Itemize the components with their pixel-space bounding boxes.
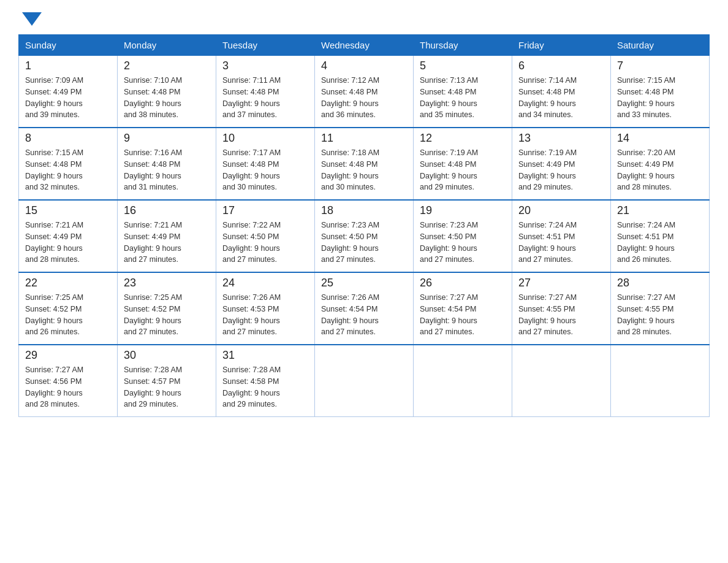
day-info: Sunrise: 7:24 AM Sunset: 4:51 PM Dayligh… xyxy=(518,220,604,266)
weekday-header-row: SundayMondayTuesdayWednesdayThursdayFrid… xyxy=(19,35,710,56)
calendar-cell xyxy=(512,345,611,417)
calendar-cell: 12 Sunrise: 7:19 AM Sunset: 4:48 PM Dayl… xyxy=(414,128,512,200)
day-info: Sunrise: 7:22 AM Sunset: 4:50 PM Dayligh… xyxy=(222,220,308,266)
day-info: Sunrise: 7:20 AM Sunset: 4:49 PM Dayligh… xyxy=(617,147,703,193)
day-info: Sunrise: 7:26 AM Sunset: 4:53 PM Dayligh… xyxy=(222,292,308,338)
calendar-week-row: 15 Sunrise: 7:21 AM Sunset: 4:49 PM Dayl… xyxy=(19,200,710,272)
weekday-header-monday: Monday xyxy=(118,35,216,56)
day-number: 5 xyxy=(420,59,506,72)
calendar-cell: 8 Sunrise: 7:15 AM Sunset: 4:48 PM Dayli… xyxy=(19,128,118,200)
calendar-cell: 19 Sunrise: 7:23 AM Sunset: 4:50 PM Dayl… xyxy=(414,200,512,272)
calendar-cell: 13 Sunrise: 7:19 AM Sunset: 4:49 PM Dayl… xyxy=(512,128,611,200)
day-number: 18 xyxy=(321,204,407,217)
calendar-cell: 20 Sunrise: 7:24 AM Sunset: 4:51 PM Dayl… xyxy=(512,200,611,272)
calendar-cell: 25 Sunrise: 7:26 AM Sunset: 4:54 PM Dayl… xyxy=(315,272,414,345)
calendar-cell: 1 Sunrise: 7:09 AM Sunset: 4:49 PM Dayli… xyxy=(19,56,118,128)
calendar-cell: 16 Sunrise: 7:21 AM Sunset: 4:49 PM Dayl… xyxy=(118,200,216,272)
day-info: Sunrise: 7:25 AM Sunset: 4:52 PM Dayligh… xyxy=(124,292,210,338)
calendar-cell: 28 Sunrise: 7:27 AM Sunset: 4:55 PM Dayl… xyxy=(611,272,710,345)
day-info: Sunrise: 7:13 AM Sunset: 4:48 PM Dayligh… xyxy=(420,75,506,121)
day-number: 26 xyxy=(420,277,506,289)
day-number: 17 xyxy=(222,204,308,217)
weekday-header-wednesday: Wednesday xyxy=(315,35,414,56)
day-info: Sunrise: 7:21 AM Sunset: 4:49 PM Dayligh… xyxy=(25,220,111,266)
day-number: 10 xyxy=(222,132,308,145)
day-info: Sunrise: 7:28 AM Sunset: 4:57 PM Dayligh… xyxy=(124,364,210,410)
day-number: 22 xyxy=(25,277,111,289)
weekday-header-tuesday: Tuesday xyxy=(216,35,315,56)
day-info: Sunrise: 7:24 AM Sunset: 4:51 PM Dayligh… xyxy=(617,220,703,266)
day-number: 4 xyxy=(321,59,407,72)
calendar-cell: 21 Sunrise: 7:24 AM Sunset: 4:51 PM Dayl… xyxy=(611,200,710,272)
day-number: 30 xyxy=(124,349,210,362)
day-info: Sunrise: 7:21 AM Sunset: 4:49 PM Dayligh… xyxy=(124,220,210,266)
day-number: 19 xyxy=(420,204,506,217)
calendar-cell: 7 Sunrise: 7:15 AM Sunset: 4:48 PM Dayli… xyxy=(611,56,710,128)
day-info: Sunrise: 7:15 AM Sunset: 4:48 PM Dayligh… xyxy=(617,75,703,121)
day-number: 13 xyxy=(518,132,604,145)
calendar-cell: 30 Sunrise: 7:28 AM Sunset: 4:57 PM Dayl… xyxy=(118,345,216,417)
calendar-cell: 24 Sunrise: 7:26 AM Sunset: 4:53 PM Dayl… xyxy=(216,272,315,345)
day-info: Sunrise: 7:09 AM Sunset: 4:49 PM Dayligh… xyxy=(25,75,111,121)
day-number: 25 xyxy=(321,277,407,289)
day-info: Sunrise: 7:14 AM Sunset: 4:48 PM Dayligh… xyxy=(518,75,604,121)
day-info: Sunrise: 7:26 AM Sunset: 4:54 PM Dayligh… xyxy=(321,292,407,338)
calendar-cell: 29 Sunrise: 7:27 AM Sunset: 4:56 PM Dayl… xyxy=(19,345,118,417)
day-number: 20 xyxy=(518,204,604,217)
calendar-cell: 3 Sunrise: 7:11 AM Sunset: 4:48 PM Dayli… xyxy=(216,56,315,128)
calendar-cell: 27 Sunrise: 7:27 AM Sunset: 4:55 PM Dayl… xyxy=(512,272,611,345)
calendar-cell xyxy=(315,345,414,417)
day-number: 29 xyxy=(25,349,111,362)
calendar-cell xyxy=(611,345,710,417)
calendar-week-row: 22 Sunrise: 7:25 AM Sunset: 4:52 PM Dayl… xyxy=(19,272,710,345)
day-number: 14 xyxy=(617,132,703,145)
calendar-week-row: 8 Sunrise: 7:15 AM Sunset: 4:48 PM Dayli… xyxy=(19,128,710,200)
day-number: 16 xyxy=(124,204,210,217)
weekday-header-sunday: Sunday xyxy=(19,35,118,56)
day-info: Sunrise: 7:10 AM Sunset: 4:48 PM Dayligh… xyxy=(124,75,210,121)
calendar-cell: 6 Sunrise: 7:14 AM Sunset: 4:48 PM Dayli… xyxy=(512,56,611,128)
day-number: 24 xyxy=(222,277,308,289)
weekday-header-friday: Friday xyxy=(512,35,611,56)
day-info: Sunrise: 7:23 AM Sunset: 4:50 PM Dayligh… xyxy=(321,220,407,266)
day-number: 8 xyxy=(25,132,111,145)
weekday-header-thursday: Thursday xyxy=(414,35,512,56)
day-info: Sunrise: 7:12 AM Sunset: 4:48 PM Dayligh… xyxy=(321,75,407,121)
day-number: 27 xyxy=(518,277,604,289)
day-info: Sunrise: 7:15 AM Sunset: 4:48 PM Dayligh… xyxy=(25,147,111,193)
calendar-cell: 10 Sunrise: 7:17 AM Sunset: 4:48 PM Dayl… xyxy=(216,128,315,200)
day-info: Sunrise: 7:23 AM Sunset: 4:50 PM Dayligh… xyxy=(420,220,506,266)
calendar-cell xyxy=(414,345,512,417)
calendar-week-row: 29 Sunrise: 7:27 AM Sunset: 4:56 PM Dayl… xyxy=(19,345,710,417)
calendar-cell: 14 Sunrise: 7:20 AM Sunset: 4:49 PM Dayl… xyxy=(611,128,710,200)
calendar-cell: 11 Sunrise: 7:18 AM Sunset: 4:48 PM Dayl… xyxy=(315,128,414,200)
calendar-cell: 18 Sunrise: 7:23 AM Sunset: 4:50 PM Dayl… xyxy=(315,200,414,272)
day-info: Sunrise: 7:19 AM Sunset: 4:49 PM Dayligh… xyxy=(518,147,604,193)
logo-arrow-icon xyxy=(22,12,42,26)
day-info: Sunrise: 7:16 AM Sunset: 4:48 PM Dayligh… xyxy=(124,147,210,193)
calendar-week-row: 1 Sunrise: 7:09 AM Sunset: 4:49 PM Dayli… xyxy=(19,56,710,128)
calendar-cell: 9 Sunrise: 7:16 AM Sunset: 4:48 PM Dayli… xyxy=(118,128,216,200)
day-number: 2 xyxy=(124,59,210,72)
day-number: 9 xyxy=(124,132,210,145)
calendar-cell: 4 Sunrise: 7:12 AM Sunset: 4:48 PM Dayli… xyxy=(315,56,414,128)
day-number: 28 xyxy=(617,277,703,289)
day-number: 11 xyxy=(321,132,407,145)
calendar-cell: 5 Sunrise: 7:13 AM Sunset: 4:48 PM Dayli… xyxy=(414,56,512,128)
calendar-cell: 23 Sunrise: 7:25 AM Sunset: 4:52 PM Dayl… xyxy=(118,272,216,345)
day-info: Sunrise: 7:27 AM Sunset: 4:54 PM Dayligh… xyxy=(420,292,506,338)
day-info: Sunrise: 7:28 AM Sunset: 4:58 PM Dayligh… xyxy=(222,364,308,410)
calendar-cell: 22 Sunrise: 7:25 AM Sunset: 4:52 PM Dayl… xyxy=(19,272,118,345)
day-info: Sunrise: 7:27 AM Sunset: 4:55 PM Dayligh… xyxy=(518,292,604,338)
page-header xyxy=(18,12,710,23)
day-number: 7 xyxy=(617,59,703,72)
day-info: Sunrise: 7:27 AM Sunset: 4:56 PM Dayligh… xyxy=(25,364,111,410)
day-number: 23 xyxy=(124,277,210,289)
day-info: Sunrise: 7:19 AM Sunset: 4:48 PM Dayligh… xyxy=(420,147,506,193)
calendar-table: SundayMondayTuesdayWednesdayThursdayFrid… xyxy=(18,34,710,417)
calendar-cell: 17 Sunrise: 7:22 AM Sunset: 4:50 PM Dayl… xyxy=(216,200,315,272)
day-number: 12 xyxy=(420,132,506,145)
day-number: 6 xyxy=(518,59,604,72)
weekday-header-saturday: Saturday xyxy=(611,35,710,56)
day-info: Sunrise: 7:18 AM Sunset: 4:48 PM Dayligh… xyxy=(321,147,407,193)
